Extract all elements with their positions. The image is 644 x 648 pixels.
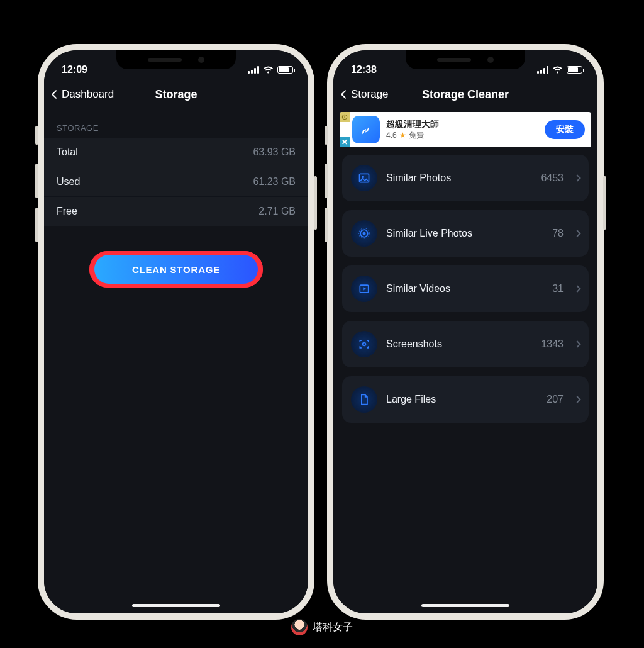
row-value: 2.71 GB <box>258 206 296 217</box>
ad-text: 超級清理大師 4.6 ★ 免費 <box>386 119 538 141</box>
ad-cta-label: 安裝 <box>556 124 574 134</box>
category-count: 78 <box>552 228 564 239</box>
cleaner-categories: Similar Photos 6453 Similar Live Photos … <box>333 155 597 423</box>
annotation-highlight: CLEAN STORAGE <box>89 251 263 288</box>
volume-down-button <box>35 208 38 242</box>
back-button[interactable]: Dashboard <box>53 81 114 108</box>
clean-storage-label: CLEAN STORAGE <box>132 264 220 275</box>
category-label: Similar Live Photos <box>386 228 543 239</box>
clean-storage-button[interactable]: CLEAN STORAGE <box>94 255 258 284</box>
video-icon <box>351 276 377 302</box>
wifi-icon <box>552 66 563 74</box>
back-button[interactable]: Storage <box>342 81 389 108</box>
chevron-right-icon <box>574 396 580 403</box>
volume-down-button <box>325 208 328 242</box>
storage-row-free: Free 2.71 GB <box>44 197 308 226</box>
home-indicator[interactable] <box>132 604 220 607</box>
chevron-left-icon <box>341 90 350 99</box>
ad-rating: 4.6 <box>386 131 397 140</box>
screen-right: 12:38 Storage Storage Cleaner <box>333 50 597 613</box>
power-button <box>314 176 317 230</box>
category-label: Similar Photos <box>386 172 532 184</box>
svg-rect-1 <box>345 116 345 118</box>
status-time: 12:09 <box>62 64 87 75</box>
ad-info-icon[interactable] <box>340 112 350 122</box>
category-count: 1343 <box>541 338 564 350</box>
page-title: Storage <box>155 88 197 101</box>
cellular-signal-icon <box>248 66 259 74</box>
wifi-icon <box>263 66 274 74</box>
watermark: 塔科女子 <box>291 619 353 635</box>
notch <box>406 50 525 69</box>
volume-up-button <box>325 164 328 198</box>
screen-left: 12:09 Dashboard Storage STORAGE <box>44 50 308 613</box>
battery-icon <box>277 66 293 74</box>
section-header: STORAGE <box>44 108 308 138</box>
phone-right: 12:38 Storage Storage Cleaner <box>327 44 604 620</box>
category-similar-photos[interactable]: Similar Photos 6453 <box>342 155 589 201</box>
watermark-text: 塔科女子 <box>313 621 353 634</box>
notch <box>116 50 236 69</box>
chevron-right-icon <box>574 230 580 237</box>
phone-left: 12:09 Dashboard Storage STORAGE <box>38 44 314 620</box>
chevron-left-icon <box>52 90 60 99</box>
category-large-files[interactable]: Large Files 207 <box>342 376 589 423</box>
mute-switch <box>325 126 328 145</box>
svg-point-9 <box>363 343 366 346</box>
chevron-right-icon <box>574 285 580 292</box>
back-label: Storage <box>351 88 389 101</box>
navbar: Storage Storage Cleaner <box>333 81 597 108</box>
svg-rect-2 <box>345 116 345 116</box>
ad-app-icon <box>352 116 380 143</box>
svg-point-4 <box>362 176 364 178</box>
row-key: Total <box>57 147 78 158</box>
home-indicator[interactable] <box>421 604 509 607</box>
file-icon <box>351 386 377 413</box>
storage-row-used: Used 61.23 GB <box>44 167 308 197</box>
storage-row-total: Total 63.93 GB <box>44 138 308 167</box>
category-label: Similar Videos <box>386 283 543 294</box>
cellular-signal-icon <box>537 66 548 74</box>
row-key: Used <box>57 176 80 187</box>
ad-banner[interactable]: ✕ 超級清理大師 4.6 ★ 免費 安裝 <box>340 112 591 147</box>
live-photo-icon <box>351 220 377 247</box>
star-icon: ★ <box>399 131 406 140</box>
category-count: 207 <box>547 394 564 405</box>
back-label: Dashboard <box>62 88 114 101</box>
image-icon <box>351 165 377 191</box>
navbar: Dashboard Storage <box>44 81 308 108</box>
watermark-avatar-icon <box>291 619 308 635</box>
ad-title: 超級清理大師 <box>386 119 538 130</box>
page-title: Storage Cleaner <box>422 88 509 101</box>
row-value: 63.93 GB <box>253 147 296 158</box>
row-key: Free <box>57 206 77 217</box>
ad-price: 免費 <box>409 130 424 141</box>
svg-point-5 <box>363 232 366 235</box>
category-similar-live-photos[interactable]: Similar Live Photos 78 <box>342 210 589 257</box>
chevron-right-icon <box>574 340 580 347</box>
mute-switch <box>35 126 38 145</box>
category-label: Screenshots <box>386 338 532 350</box>
status-time: 12:38 <box>351 64 377 75</box>
storage-summary-list: Total 63.93 GB Used 61.23 GB Free 2.71 G… <box>44 138 308 226</box>
category-label: Large Files <box>386 394 538 405</box>
close-icon: ✕ <box>341 138 348 147</box>
row-value: 61.23 GB <box>253 176 296 187</box>
category-screenshots[interactable]: Screenshots 1343 <box>342 321 589 367</box>
category-similar-videos[interactable]: Similar Videos 31 <box>342 265 589 312</box>
ad-close-button[interactable]: ✕ <box>340 137 350 147</box>
volume-up-button <box>35 164 38 198</box>
category-count: 31 <box>552 283 564 294</box>
power-button <box>603 176 606 230</box>
category-count: 6453 <box>541 172 564 184</box>
chevron-right-icon <box>574 174 580 181</box>
screenshot-icon <box>351 331 377 357</box>
battery-icon <box>567 66 582 74</box>
ad-install-button[interactable]: 安裝 <box>545 120 585 139</box>
